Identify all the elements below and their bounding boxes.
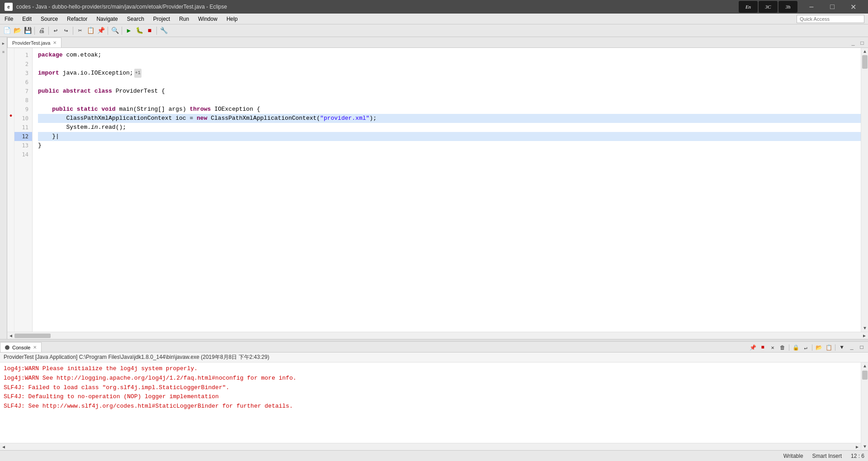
code-line-8 bbox=[38, 96, 861, 105]
toolbar-redo-btn[interactable]: ↪ bbox=[61, 26, 71, 36]
menu-search[interactable]: Search bbox=[123, 14, 149, 24]
menu-refactor[interactable]: Refactor bbox=[62, 14, 92, 24]
logo-area: En 3C 3h bbox=[739, 1, 797, 13]
toolbar-open-btn[interactable]: 📂 bbox=[12, 26, 22, 36]
tb-sep-3 bbox=[73, 27, 73, 35]
console-max-btn[interactable]: □ bbox=[857, 343, 866, 352]
scroll-track[interactable] bbox=[861, 55, 868, 325]
close-button[interactable]: ✕ bbox=[843, 0, 863, 14]
left-bar-icon-2[interactable]: ≡ bbox=[0, 48, 7, 57]
tab-close-btn[interactable]: ✕ bbox=[53, 40, 57, 45]
con-sep-1 bbox=[789, 344, 789, 351]
toolbar-cut-btn[interactable]: ✂ bbox=[75, 26, 85, 36]
editor-horizontal-scrollbar[interactable]: ◀ ▶ bbox=[7, 332, 868, 339]
code-line-3: import java.io.IOException;+1 bbox=[38, 69, 861, 78]
console-line-4: SLF4J: Defaulting to no-operation (NOP) … bbox=[4, 392, 857, 402]
console-open-file-btn[interactable]: 📂 bbox=[814, 343, 823, 352]
maximize-button[interactable]: □ bbox=[822, 0, 843, 14]
console-vertical-scrollbar[interactable]: ▲ ▼ bbox=[861, 362, 868, 450]
code-content[interactable]: package com.etoak; import java.io.IOExce… bbox=[33, 48, 861, 332]
console-scroll-down[interactable]: ▼ bbox=[861, 443, 868, 450]
console-disconnect-btn[interactable]: ✕ bbox=[768, 343, 777, 352]
console-content: log4j:WARN Please initialize the log4j s… bbox=[0, 362, 861, 450]
app-window: e codes - Java - dubbo-hello-provider/sr… bbox=[0, 0, 868, 461]
console-scroll-track[interactable] bbox=[861, 370, 868, 443]
gutter-11 bbox=[7, 120, 14, 129]
quick-access-input[interactable] bbox=[797, 15, 864, 23]
breakpoint-gutter: ● bbox=[7, 48, 14, 332]
menu-file[interactable]: File bbox=[0, 14, 18, 24]
console-horizontal-scrollbar[interactable]: ◀ ▶ bbox=[0, 443, 861, 450]
status-writable: Writable bbox=[783, 453, 803, 459]
code-editor[interactable]: ● 1 2 3 bbox=[7, 48, 868, 332]
menu-run[interactable]: Run bbox=[175, 14, 193, 24]
editor-container: ProviderTest.java ✕ _ □ bbox=[7, 37, 868, 339]
console-min-btn[interactable]: _ bbox=[847, 343, 856, 352]
logo-en-badge: En bbox=[739, 1, 758, 13]
code-line-11: System.in.read(); bbox=[38, 123, 861, 132]
console-scroll-thumb[interactable] bbox=[862, 371, 868, 380]
editor-vertical-scrollbar[interactable]: ▲ ▼ bbox=[861, 48, 868, 332]
toolbar-print-btn[interactable]: 🖨 bbox=[37, 26, 47, 36]
toolbar-save-btn[interactable]: 💾 bbox=[23, 26, 33, 36]
menu-navigate[interactable]: Navigate bbox=[92, 14, 122, 24]
con-sep-3 bbox=[835, 344, 835, 351]
toolbar-debug-btn[interactable]: 🐛 bbox=[134, 26, 144, 36]
linenum-11: 11 bbox=[14, 123, 32, 132]
toolbar: 📄 📂 💾 🖨 ↩ ↪ ✂ 📋 📌 🔍 ▶ 🐛 ■ 🔧 bbox=[0, 24, 868, 37]
gutter-14 bbox=[7, 147, 14, 156]
scroll-down-arrow[interactable]: ▼ bbox=[861, 325, 868, 332]
console-line-3: SLF4J: Failed to load class "org.slf4j.i… bbox=[4, 383, 857, 393]
toolbar-run-btn[interactable]: ▶ bbox=[124, 26, 134, 36]
console-pin-btn[interactable]: 📌 bbox=[748, 343, 757, 352]
tb-sep-2 bbox=[48, 27, 49, 35]
tb-sep-1 bbox=[34, 27, 35, 35]
code-line-14 bbox=[38, 150, 861, 159]
toolbar-undo-btn[interactable]: ↩ bbox=[51, 26, 61, 36]
console-view-menu-btn[interactable]: ▼ bbox=[837, 343, 846, 352]
toolbar-paste-btn[interactable]: 📌 bbox=[96, 26, 106, 36]
toolbar-new-btn[interactable]: 📄 bbox=[2, 26, 12, 36]
title-bar: e codes - Java - dubbo-hello-provider/sr… bbox=[0, 0, 868, 14]
console-output: log4j:WARN Please initialize the log4j s… bbox=[0, 362, 861, 443]
toolbar-copy-btn[interactable]: 📋 bbox=[85, 26, 95, 36]
code-line-7: public abstract class ProviderTest { bbox=[38, 87, 861, 96]
scroll-thumb[interactable] bbox=[862, 55, 868, 69]
gutter-7 bbox=[7, 84, 14, 93]
console-scroll-lock-btn[interactable]: 🔒 bbox=[791, 343, 800, 352]
tab-minimize-btn[interactable]: _ bbox=[849, 39, 857, 47]
toolbar-stop-btn[interactable]: ■ bbox=[145, 26, 155, 36]
eclipse-logo-icon: e bbox=[5, 3, 13, 11]
h-scroll-right-arrow[interactable]: ▶ bbox=[861, 332, 868, 339]
menu-source[interactable]: Source bbox=[36, 14, 62, 24]
linenum-9: 9 bbox=[14, 105, 32, 114]
status-cursor-position: 12 : 6 bbox=[851, 453, 864, 459]
console-scroll-up[interactable]: ▲ bbox=[861, 362, 868, 370]
toolbar-build-btn[interactable]: 🔧 bbox=[159, 26, 169, 36]
console-tab-close[interactable]: ✕ bbox=[33, 345, 37, 350]
editor-tab-bar: ProviderTest.java ✕ _ □ bbox=[7, 37, 868, 48]
menu-project[interactable]: Project bbox=[149, 14, 175, 24]
console-h-scroll-right[interactable]: ▶ bbox=[854, 443, 861, 451]
console-clear-btn[interactable]: 🗑 bbox=[778, 343, 787, 352]
console-toolbar-right: 📌 ■ ✕ 🗑 🔒 ↵ 📂 📋 ▼ _ □ bbox=[748, 343, 868, 352]
console-tab[interactable]: Console ✕ bbox=[0, 342, 42, 352]
h-scroll-track[interactable] bbox=[14, 332, 861, 339]
left-bar-icon-1[interactable]: ▶ bbox=[0, 39, 7, 48]
menu-help[interactable]: Help bbox=[222, 14, 242, 24]
h-scroll-left-arrow[interactable]: ◀ bbox=[7, 332, 14, 339]
toolbar-search-btn[interactable]: 🔍 bbox=[110, 26, 120, 36]
scroll-up-arrow[interactable]: ▲ bbox=[861, 48, 868, 55]
console-copy-btn[interactable]: 📋 bbox=[824, 343, 833, 352]
editor-tab-provider-test[interactable]: ProviderTest.java ✕ bbox=[7, 38, 61, 47]
console-stop-btn[interactable]: ■ bbox=[758, 343, 767, 352]
minimize-button[interactable]: – bbox=[801, 0, 822, 14]
h-scroll-thumb[interactable] bbox=[14, 334, 51, 338]
console-word-wrap-btn[interactable]: ↵ bbox=[801, 343, 810, 352]
gutter-2 bbox=[7, 57, 14, 66]
window-title: codes - Java - dubbo-hello-provider/src/… bbox=[16, 4, 227, 10]
console-h-scroll-left[interactable]: ◀ bbox=[0, 443, 7, 451]
menu-edit[interactable]: Edit bbox=[18, 14, 36, 24]
menu-window[interactable]: Window bbox=[193, 14, 222, 24]
tab-maximize-btn[interactable]: □ bbox=[858, 39, 866, 47]
